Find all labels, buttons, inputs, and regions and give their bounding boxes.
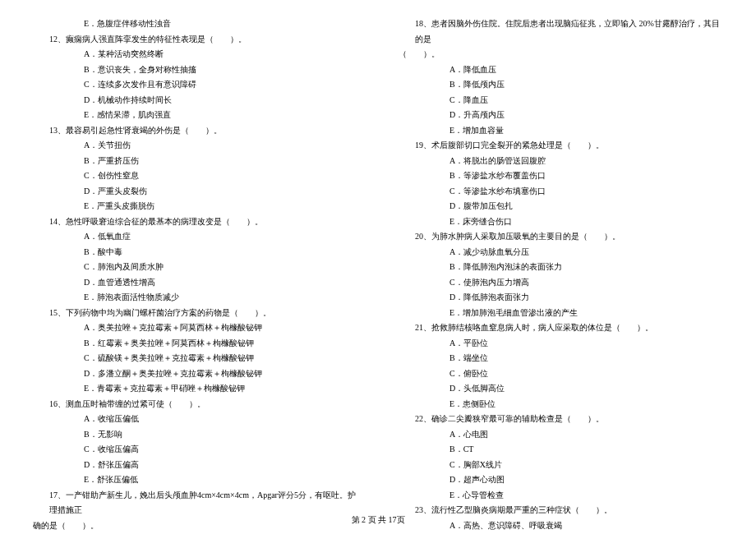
page-footer: 第 2 页 共 17页: [0, 514, 756, 526]
option-item: B．无影响: [84, 427, 357, 443]
options-list: A．平卧位B．端坐位C．俯卧位D．头低脚高位E．患侧卧位: [399, 336, 723, 412]
option-item: D．血管通透性增高: [84, 275, 357, 291]
option-item: D．超声心动图: [449, 472, 723, 488]
options-list: A．心电图B．CTC．胸部X线片D．超声心动图E．心导管检查: [399, 427, 723, 504]
right-column: 18、患者因脑外伤住院。住院后患者出现脑疝征兆，立即输入 20%甘露醇治疗，其目…: [399, 16, 723, 493]
question-stem: 16、测血压时袖带缠的过紧可使（ ）。: [33, 397, 357, 412]
option-item: A．将脱出的肠管送回腹腔: [449, 154, 723, 169]
option-item: B．酸中毒: [84, 245, 357, 260]
option-item: D．头低脚高位: [449, 381, 723, 397]
option-item: D．多潘立酮＋奥美拉唑＋克拉霉素＋枸橼酸铋钾: [84, 366, 357, 382]
option-item: A．减少动脉血氧分压: [449, 245, 723, 260]
option-item: A．心电图: [449, 427, 723, 443]
question-stem: 19、术后腹部切口完全裂开的紧急处理是（ ）。: [399, 138, 723, 154]
question-stem: 17、一产钳助产新生儿，娩出后头颅血肿4cm×4cm×4cm，Apgar评分5分…: [33, 488, 357, 518]
option-item: D．升高颅内压: [449, 108, 723, 123]
option-item: C．硫酸镁＋奥美拉唑＋克拉霉素＋枸橼酸铋钾: [84, 351, 357, 366]
question-stem: 21、抢救肺结核咯血窒息病人时，病人应采取的体位是（ ）。: [399, 320, 723, 336]
option-item: C．连续多次发作且有意识障碍: [84, 77, 357, 93]
option-item: B．意识丧失，全身对称性抽搐: [84, 62, 357, 78]
option-item: E．严重头皮撕脱伤: [84, 199, 357, 214]
option-item: C．收缩压偏高: [84, 442, 357, 458]
option-item: B．端坐位: [449, 351, 723, 366]
option-item: B．等渗盐水纱布覆盖伤口: [449, 168, 723, 184]
option-item: C．创伤性窒息: [84, 168, 357, 184]
option-item: E．患侧卧位: [449, 397, 723, 412]
option-item: E．青霉素＋克拉霉素＋甲硝唑＋枸橼酸铋钾: [84, 381, 357, 397]
option-item: C．俯卧位: [449, 366, 723, 382]
question-stem-wrap: （ ）。: [399, 47, 723, 62]
option-item: B．降低肺泡内泡沫的表面张力: [449, 260, 723, 275]
options-list: A．某种活动突然终断B．意识丧失，全身对称性抽搐C．连续多次发作且有意识障碍D．…: [33, 47, 357, 123]
question-stem: 14、急性呼吸窘迫综合征的最基本的病理改变是（ ）。: [33, 214, 357, 230]
options-list: A．关节扭伤B．严重挤压伤C．创伤性窒息D．严重头皮裂伤E．严重头皮撕脱伤: [33, 138, 357, 214]
option-item: C．胸部X线片: [449, 458, 723, 473]
option-item: E．床旁缝合伤口: [449, 214, 723, 230]
option-item: B．降低颅内压: [449, 77, 723, 93]
option-item: C．肺泡内及间质水肿: [84, 260, 357, 275]
option-item: E．感情呆滞，肌肉强直: [84, 108, 357, 123]
question-stem: 20、为肺水肿病人采取加压吸氧的主要目的是（ ）。: [399, 229, 723, 245]
option-item: B．CT: [449, 442, 723, 458]
option-item: D．腹带加压包扎: [449, 199, 723, 214]
options-list: A．减少动脉血氧分压B．降低肺泡内泡沫的表面张力C．使肺泡内压力增高D．降低肺泡…: [399, 245, 723, 321]
option-item: D．降低肺泡表面张力: [449, 290, 723, 306]
option-item: C．使肺泡内压力增高: [449, 275, 723, 291]
option-item: B．严重挤压伤: [84, 154, 357, 169]
option-item: A．降低血压: [449, 62, 723, 78]
option-item: E．增加肺泡毛细血管渗出液的产生: [449, 306, 723, 321]
option-item: A．平卧位: [449, 336, 723, 352]
option-item: A．关节扭伤: [84, 138, 357, 154]
question-stem: 12、癫痫病人强直阵挛发生的特征性表现是（ ）。: [33, 32, 357, 48]
options-list: A．低氧血症B．酸中毒C．肺泡内及间质水肿D．血管通透性增高E．肺泡表面活性物质…: [33, 229, 357, 306]
option-item: A．某种活动突然终断: [84, 47, 357, 62]
options-list: A．收缩压偏低B．无影响C．收缩压偏高D．舒张压偏高E．舒张压偏低: [33, 412, 357, 488]
option-item: C．等渗盐水纱布填塞伤口: [449, 184, 723, 200]
option-item: D．舒张压偏高: [84, 458, 357, 473]
option-item: A．低氧血症: [84, 229, 357, 245]
option-item: C．降血压: [449, 93, 723, 108]
question-stem: 22、确诊二尖瓣狭窄最可靠的辅助检查是（ ）。: [399, 412, 723, 427]
option-item: E．肺泡表面活性物质减少: [84, 290, 357, 306]
option-item: E．舒张压偏低: [84, 472, 357, 488]
question-stem: 13、最容易引起急性肾衰竭的外伤是（ ）。: [33, 123, 357, 139]
left-column: E．急腹症伴移动性浊音12、癫痫病人强直阵挛发生的特征性表现是（ ）。A．某种活…: [33, 16, 357, 493]
options-list: A．降低血压B．降低颅内压C．降血压D．升高颅内压E．增加血容量: [399, 62, 723, 139]
option-item: E．增加血容量: [449, 123, 723, 139]
question-stem: 18、患者因脑外伤住院。住院后患者出现脑疝征兆，立即输入 20%甘露醇治疗，其目…: [399, 16, 723, 47]
option-item: D．严重头皮裂伤: [84, 184, 357, 200]
option-item: A．收缩压偏低: [84, 412, 357, 427]
option-item: A．奥美拉唑＋克拉霉素＋阿莫西林＋枸橼酸铋钾: [84, 320, 357, 336]
options-list: A．奥美拉唑＋克拉霉素＋阿莫西林＋枸橼酸铋钾B．红霉素＋奥美拉唑＋阿莫西林＋枸橼…: [33, 320, 357, 397]
question-stem: 15、下列药物中均为幽门螺杆菌治疗方案的药物是（ ）。: [33, 306, 357, 321]
option-item: B．红霉素＋奥美拉唑＋阿莫西林＋枸橼酸铋钾: [84, 336, 357, 352]
option-item: D．机械动作持续时间长: [84, 93, 357, 108]
continued-option: E．急腹症伴移动性浊音: [33, 16, 357, 32]
options-list: A．将脱出的肠管送回腹腔B．等渗盐水纱布覆盖伤口C．等渗盐水纱布填塞伤口D．腹带…: [399, 154, 723, 230]
option-item: E．心导管检查: [449, 488, 723, 504]
